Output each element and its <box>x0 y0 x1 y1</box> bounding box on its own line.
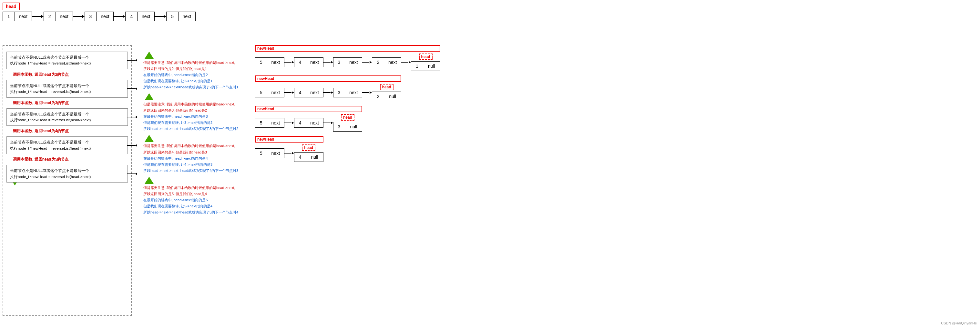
panel-list-2: 5next4next3nexthead2null <box>255 84 401 101</box>
blue-note-1: 在最开始的链表中, head->next指向的是3 <box>143 114 241 119</box>
red-note-1: 但是需要注意, 我们调用本函数的时候使用的是head->next, <box>143 185 241 190</box>
arrow-icon <box>362 60 372 65</box>
node-val: 3 <box>333 88 345 97</box>
head-label-right: head <box>419 54 433 60</box>
mid-block-2: 但是需要注意, 我们调用本函数的时候使用的是head->next, 所以返回回来… <box>142 102 242 132</box>
arrow-icon <box>114 14 125 19</box>
node-3: 3null <box>333 122 363 132</box>
node-val: 2 <box>372 58 384 67</box>
top-node-5: 5next <box>166 12 196 21</box>
node-next: next <box>137 12 154 21</box>
node-next: null <box>345 122 362 131</box>
recurse-step-2: 当前节点不是NULL或者这个节点不是最后一个执行node_t *newHead … <box>6 80 128 98</box>
blue-note-2: 但是我们现在需要翻转, 让4->next指向的是3 <box>143 162 241 167</box>
call-label-3: 调用本函数, 返回head为4的节点 <box>13 129 128 134</box>
node-next: next <box>267 118 284 127</box>
up-arrow-icon <box>145 93 154 100</box>
node-val: 4 <box>294 88 306 97</box>
newhead-container: newHead5next4nexthead3null <box>255 106 362 132</box>
up-arrow-icon <box>145 52 154 59</box>
head-label-top: head <box>3 3 20 10</box>
red-note-1: 但是需要注意, 我们调用本函数的时候使用的是head->next, <box>143 60 241 65</box>
node-next: next <box>15 12 32 21</box>
panel-list-3: 5next4nexthead3null <box>255 114 362 132</box>
newhead-container: newHead5next4next3nexthead2null <box>255 75 401 101</box>
step-desc1: 当前节点不是NULL或者这个节点不是最后一个 <box>10 56 89 59</box>
step-desc2: 执行node_t *newHead = reverseList(head->ne… <box>10 175 91 179</box>
node-next: next <box>345 58 362 67</box>
left-arrow <box>127 144 137 147</box>
node-1: 5next <box>255 57 285 67</box>
right-panels-container: newHead5next4next3next2nexthead1nullnewH… <box>255 45 442 167</box>
node-val: 4 <box>294 58 306 67</box>
arrow-icon <box>285 151 294 156</box>
node-val: 5 <box>255 118 267 127</box>
red-note-2: 所以返回回来的是5, 但是我们的head是4 <box>143 191 241 197</box>
node-next: null <box>306 152 323 162</box>
newhead-label: newHead <box>255 106 362 112</box>
node-5: 1null <box>411 61 440 71</box>
right-panel-1: newHead5next4next3next2nexthead1null <box>255 45 442 71</box>
arrow-icon <box>362 90 372 95</box>
newhead-label: newHead <box>255 136 323 143</box>
node-val: 1 <box>3 12 15 21</box>
head-label-right: head <box>302 144 315 151</box>
node-next: next <box>267 149 284 158</box>
node-next: next <box>97 12 113 21</box>
red-note-2: 所以返回回来的是2, 但是我们的head是1 <box>143 66 241 71</box>
node-val: 5 <box>255 149 267 158</box>
node-next: next <box>178 12 195 21</box>
node-1: 5next <box>255 88 285 97</box>
recurse-step-1: 当前节点不是NULL或者这个节点不是最后一个执行node_t *newHead … <box>6 52 128 69</box>
call-label-4: 调用本函数, 返回head为5的节点 <box>13 157 128 162</box>
arrow-icon <box>32 14 44 19</box>
arrow-icon <box>285 90 294 95</box>
head-label-right: head <box>341 114 355 121</box>
recurse-step-3: 当前节点不是NULL或者这个节点不是最后一个执行node_t *newHead … <box>6 108 128 126</box>
blue-note-2: 但是我们现在需要翻转, 让3->next指向的是2 <box>143 120 241 125</box>
arrow-icon <box>285 121 294 125</box>
blue-note-2: 但是我们现在需要翻转, 让5->next指向的是4 <box>143 203 241 209</box>
last-node-wrapper: head3null <box>333 114 363 132</box>
blue-note-3: 所以head->next->next=head就成功实现了4的下一个节点时3 <box>143 168 241 173</box>
step-desc2: 执行node_t *newHead = reverseList(head->ne… <box>10 118 91 122</box>
step-desc2: 执行node_t *newHead = reverseList(head->ne… <box>10 90 91 94</box>
newhead-label: newHead <box>255 45 440 52</box>
node-next: next <box>345 88 362 97</box>
node-val: 5 <box>167 12 178 21</box>
recurse-step-4: 当前节点不是NULL或者这个节点不是最后一个执行node_t *newHead … <box>6 137 128 154</box>
mid-block-4: 但是需要注意, 我们调用本函数的时候使用的是head->next, 所以返回回来… <box>142 185 242 215</box>
node-2: 4next <box>294 118 323 128</box>
newhead-container: newHead5next4next3next2nexthead1null <box>255 45 440 71</box>
blue-note-1: 在最开始的链表中, head->next指向的是5 <box>143 197 241 203</box>
node-next: next <box>306 88 323 97</box>
call-label-2: 调用本函数, 返回head为3的节点 <box>13 100 128 106</box>
blue-note-3: 所以head->next->next=head就成功实现了2的下一个节点时1 <box>143 84 241 90</box>
arrow-icon <box>285 60 294 65</box>
blue-note-2: 但是我们现在需要翻转, 让2->next指向的是1 <box>143 78 241 84</box>
middle-explanation: 但是需要注意, 我们调用本函数的时候使用的是head->next, 所以返回回来… <box>142 45 242 316</box>
newhead-container: newHead5nexthead4null <box>255 136 323 162</box>
recurse-step-5: 当前节点不是NULL或者这个节点不是最后一个执行node_t *newHead … <box>6 165 128 183</box>
right-panel-4: newHead5nexthead4null <box>255 136 442 162</box>
panel-list-1: 5next4next3next2nexthead1null <box>255 54 440 71</box>
node-next: next <box>306 58 323 67</box>
panel-list-4: 5nexthead4null <box>255 144 323 162</box>
red-note-2: 所以返回回来的是3, 但是我们的head是2 <box>143 108 241 113</box>
top-node-1: 1next <box>3 12 32 21</box>
node-group: 1next2next3next4next5next <box>3 12 196 21</box>
node-next: next <box>56 12 73 21</box>
step-desc1: 当前节点不是NULL或者这个节点不是最后一个 <box>10 112 89 116</box>
top-node-4: 4next <box>125 12 154 21</box>
red-note-2: 所以返回回来的是4, 但是我们的head是3 <box>143 150 241 155</box>
node-4: 2null <box>372 92 401 101</box>
node-val: 4 <box>294 152 306 162</box>
arrow-icon <box>401 60 411 65</box>
head-label-right: head <box>380 84 393 90</box>
top-linked-list: head 1next2next3next4next5next <box>3 3 196 21</box>
node-2: 4next <box>294 88 323 97</box>
node-next: null <box>423 62 440 71</box>
step-desc1: 当前节点不是NULL或者这个节点不是最后一个 <box>10 169 89 173</box>
last-node-wrapper: head2null <box>372 84 401 101</box>
node-val: 3 <box>333 122 345 131</box>
